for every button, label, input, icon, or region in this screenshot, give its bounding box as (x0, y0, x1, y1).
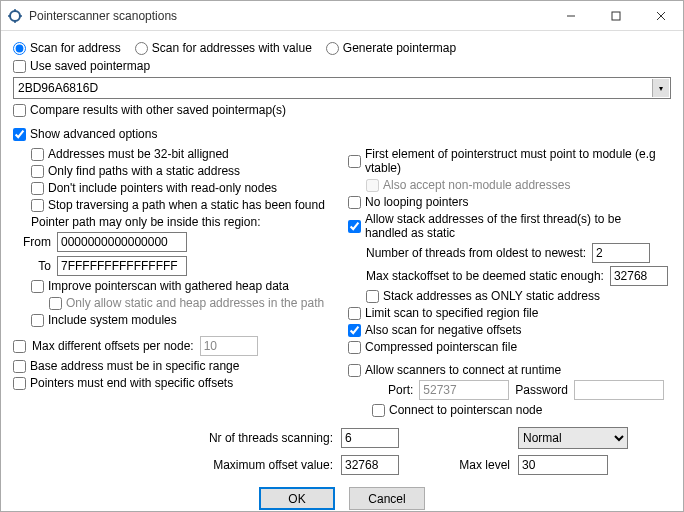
port-row: Port: Password (388, 380, 671, 400)
app-icon (7, 8, 23, 24)
to-input[interactable] (57, 256, 187, 276)
address-input[interactable] (13, 77, 671, 99)
window-title: Pointerscanner scanoptions (29, 9, 177, 23)
chevron-down-icon[interactable]: ▾ (652, 79, 669, 97)
svg-rect-2 (612, 12, 620, 20)
first-to-module-check[interactable]: First element of pointerstruct must poin… (348, 147, 661, 175)
address-combo[interactable]: ▾ (13, 77, 671, 99)
max-offset-label: Maximum offset value: (13, 458, 333, 472)
region-label: Pointer path may only be inside this reg… (31, 215, 336, 229)
region-inputs: From To (15, 232, 336, 276)
end-specific-check[interactable]: Pointers must end with specific offsets (13, 376, 326, 390)
port-input[interactable] (419, 380, 509, 400)
generate-pointermap-radio[interactable]: Generate pointermap (326, 41, 456, 55)
stop-on-static-check[interactable]: Stop traversing a path when a static has… (31, 198, 326, 212)
max-diff-label: Max different offsets per node: (32, 339, 194, 353)
compare-results-check[interactable]: Compare results with other saved pointer… (13, 103, 661, 117)
no-readonly-check[interactable]: Don't include pointers with read-only no… (31, 181, 326, 195)
content: Scan for address Scan for addresses with… (1, 31, 683, 511)
only-static-heap-check[interactable]: Only allow static and heap addresses in … (49, 296, 326, 310)
max-level-label: Max level (450, 458, 510, 472)
right-column: First element of pointerstruct must poin… (348, 147, 671, 417)
left-column: Addresses must be 32-bit alligned Only f… (13, 147, 336, 417)
stack-only-check[interactable]: Stack addresses as ONLY static address (366, 289, 661, 303)
scan-mode-radios: Scan for address Scan for addresses with… (13, 41, 671, 55)
threads-row: Number of threads from oldest to newest: (366, 243, 671, 263)
threads-input[interactable] (592, 243, 650, 263)
base-in-range-check[interactable]: Base address must be in specific range (13, 359, 326, 373)
dialog-buttons: OK Cancel (13, 479, 671, 511)
compressed-file-check[interactable]: Compressed pointerscan file (348, 340, 661, 354)
max-diff-input[interactable] (200, 336, 258, 356)
svg-point-0 (10, 11, 20, 21)
window: Pointerscanner scanoptions Scan for addr… (0, 0, 684, 512)
close-button[interactable] (638, 1, 683, 31)
password-input[interactable] (574, 380, 664, 400)
scan-for-address-radio[interactable]: Scan for address (13, 41, 121, 55)
maximize-button[interactable] (593, 1, 638, 31)
threads-scanning-label: Nr of threads scanning: (13, 431, 333, 445)
ok-button[interactable]: OK (259, 487, 335, 510)
allow-stack-check[interactable]: Allow stack addresses of the first threa… (348, 212, 661, 240)
accept-nonmodule-check: Also accept non-module addresses (366, 178, 661, 192)
no-looping-check[interactable]: No looping pointers (348, 195, 661, 209)
stackoffset-row: Max stackoffset to be deemed static enou… (366, 266, 671, 286)
to-label: To (15, 259, 53, 273)
advanced-columns: Addresses must be 32-bit alligned Only f… (13, 147, 671, 417)
titlebar: Pointerscanner scanoptions (1, 1, 683, 31)
priority-combo[interactable]: Normal (518, 427, 628, 449)
bottom-grid: Nr of threads scanning: Normal Maximum o… (13, 427, 671, 475)
static-paths-check[interactable]: Only find paths with a static address (31, 164, 326, 178)
port-label: Port: (388, 383, 413, 397)
threads-scanning-input[interactable] (341, 428, 399, 448)
allow-scanners-check[interactable]: Allow scanners to connect at runtime (348, 363, 661, 377)
cancel-button[interactable]: Cancel (349, 487, 425, 510)
max-diff-row: Max different offsets per node: (13, 336, 336, 356)
include-system-check[interactable]: Include system modules (31, 313, 326, 327)
use-saved-pointermap-check[interactable]: Use saved pointermap (13, 59, 661, 73)
limit-region-file-check[interactable]: Limit scan to specified region file (348, 306, 661, 320)
from-label: From (15, 235, 53, 249)
password-label: Password (515, 383, 568, 397)
max-level-input[interactable] (518, 455, 608, 475)
addresses-32bit-check[interactable]: Addresses must be 32-bit alligned (31, 147, 326, 161)
scan-for-addresses-value-radio[interactable]: Scan for addresses with value (135, 41, 312, 55)
improve-heap-check[interactable]: Improve pointerscan with gathered heap d… (31, 279, 326, 293)
max-offset-input[interactable] (341, 455, 399, 475)
show-advanced-check[interactable]: Show advanced options (13, 127, 661, 141)
stackoffset-label: Max stackoffset to be deemed static enou… (366, 269, 604, 283)
connect-node-check[interactable]: Connect to pointerscan node (372, 403, 661, 417)
max-diff-check[interactable] (13, 340, 26, 353)
from-input[interactable] (57, 232, 187, 252)
stackoffset-input[interactable] (610, 266, 668, 286)
minimize-button[interactable] (548, 1, 593, 31)
threads-label: Number of threads from oldest to newest: (366, 246, 586, 260)
negative-offsets-check[interactable]: Also scan for negative offsets (348, 323, 661, 337)
